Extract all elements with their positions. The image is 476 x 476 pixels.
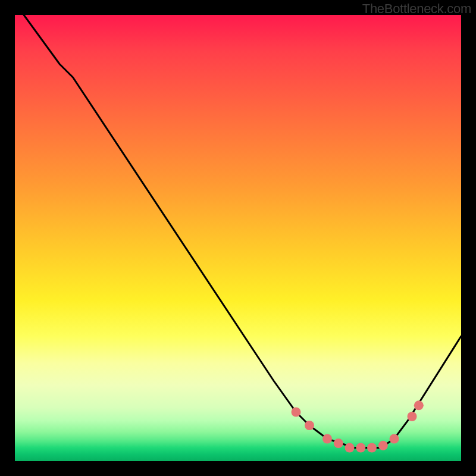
marker-dot — [390, 434, 399, 444]
marker-dot — [292, 408, 301, 417]
marker-dot — [414, 400, 424, 410]
marker-dot — [367, 443, 377, 453]
bottleneck-curve-path — [24, 15, 461, 448]
marker-dot — [356, 443, 365, 453]
watermark-text: TheBottleneck.com — [362, 1, 471, 17]
marker-dot — [408, 412, 417, 421]
marker-dot — [305, 421, 314, 430]
chart-frame: TheBottleneck.com — [0, 0, 476, 476]
marker-dot — [334, 439, 343, 448]
marker-dot — [322, 434, 332, 444]
marker-dot — [378, 441, 388, 450]
curve-layer — [15, 15, 461, 461]
marker-dot — [345, 443, 355, 453]
plot-area — [15, 15, 461, 461]
